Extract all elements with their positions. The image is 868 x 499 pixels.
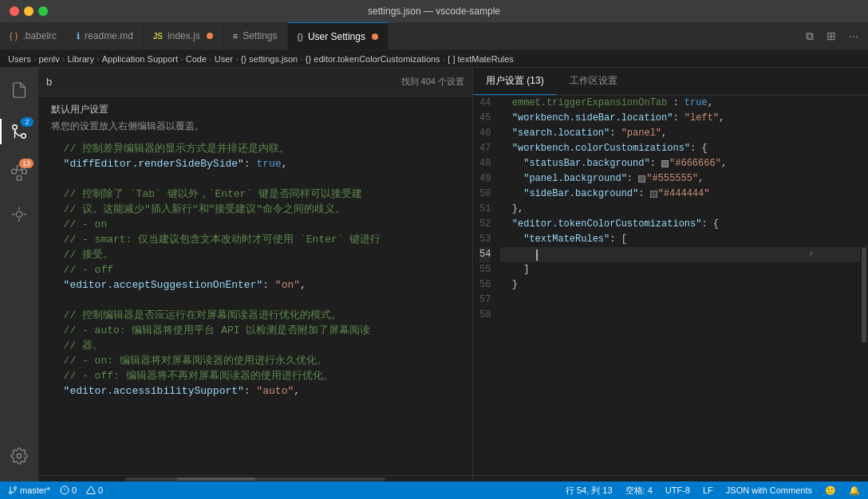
tab-label: readme.md — [85, 30, 133, 41]
encoding-label: UTF-8 — [665, 485, 690, 495]
code-line: // - off — [51, 262, 460, 277]
left-panel-subtitle: 将您的设置放入右侧编辑器以覆盖。 — [38, 120, 472, 141]
spaces-label: 空格: 4 — [625, 485, 653, 497]
breadcrumb-user[interactable]: User — [215, 54, 233, 64]
code-content: emmet.triggerExpansionOnTab : true, "wor… — [500, 96, 868, 475]
settings-search-input[interactable] — [46, 76, 401, 88]
position-label: 行 54, 列 13 — [566, 485, 613, 497]
source-control-icon[interactable]: 2 — [0, 112, 38, 151]
color-swatch-444 — [650, 191, 657, 198]
breadcrumb-tokencustom[interactable]: {} editor.tokenColorCustomizations — [306, 54, 440, 64]
traffic-lights — [10, 6, 48, 16]
code-line: // - auto: 编辑器将使用平台 API 以检测是否附加了屏幕阅读 — [51, 323, 460, 338]
git-branch[interactable]: master* — [6, 485, 52, 495]
tab-actions: ⧉ ⊞ ··· — [796, 22, 868, 49]
breadcrumb-library[interactable]: Library — [67, 54, 94, 64]
tab-workspace-settings[interactable]: 工作区设置 — [557, 68, 630, 95]
code-line-56: } — [500, 277, 862, 293]
tab-settings[interactable]: ≡ Settings — [223, 22, 288, 49]
layout-button[interactable]: ⊞ — [823, 28, 839, 44]
breadcrumb-code[interactable]: Code — [186, 54, 207, 64]
remote-icon[interactable] — [0, 195, 38, 234]
svg-point-14 — [10, 492, 12, 494]
code-line: "editor.accessibilitySupport": "auto", — [51, 383, 460, 399]
split-editor-button[interactable]: ⧉ — [803, 28, 817, 45]
svg-rect-2 — [12, 169, 17, 174]
code-line — [51, 171, 460, 187]
indentation[interactable]: 空格: 4 — [624, 485, 654, 497]
bell-icon: 🔔 — [849, 485, 860, 496]
code-line: "editor.acceptSuggestionOnEnter": "on", — [51, 277, 460, 293]
code-line-55: ] — [500, 262, 862, 277]
git-branch-icon — [8, 485, 18, 495]
cursor — [536, 250, 538, 261]
code-line-54: ↑ — [500, 247, 862, 262]
svg-rect-4 — [22, 169, 26, 174]
scroll-track — [125, 477, 385, 481]
extensions-badge: 13 — [19, 159, 34, 168]
code-line: // 控制除了 `Tab` 键以外，`Enter` 键是否同样可以接受建 — [51, 187, 460, 202]
tab-user-settings-right[interactable]: 用户设置 (13) — [473, 68, 557, 95]
smiley-button[interactable]: 🙂 — [823, 485, 838, 496]
line-numbers: 44 45 46 47 48 49 50 51 52 53 54 55 — [473, 96, 500, 475]
code-line: // - on — [51, 217, 460, 232]
more-actions-button[interactable]: ··· — [846, 28, 862, 44]
error-count[interactable]: 0 — [58, 485, 78, 495]
left-scroll-bar[interactable] — [38, 475, 472, 481]
line-ending[interactable]: LF — [701, 485, 715, 495]
maximize-button[interactable] — [38, 6, 48, 16]
source-control-badge: 2 — [21, 117, 34, 127]
svg-rect-5 — [17, 176, 22, 181]
code-line-49: "panel.background": "#555555", — [500, 171, 862, 187]
smiley-icon: 🙂 — [825, 485, 836, 496]
error-icon — [60, 485, 69, 495]
svg-point-1 — [13, 125, 18, 130]
unsaved-dot-active — [372, 33, 378, 40]
settings-search-bar: 找到 404 个设置 — [38, 68, 472, 96]
json-icon: { } — [10, 31, 18, 41]
close-button[interactable] — [10, 6, 19, 16]
code-line-50: "sideBar.background": "#444444" — [500, 187, 862, 202]
right-scrollbar[interactable] — [860, 96, 868, 475]
code-line: // - on: 编辑器将对屏幕阅读器的使用进行永久优化。 — [51, 353, 460, 368]
left-editor[interactable]: // 控制差异编辑器的显示方式是并排还是内联。 "diffEditor.rend… — [38, 141, 472, 475]
language-label: JSON with Comments — [726, 485, 812, 495]
settings-icon[interactable] — [0, 437, 38, 475]
language-mode[interactable]: JSON with Comments — [724, 485, 814, 495]
cursor-tooltip: ↑ — [808, 247, 814, 262]
code-line — [51, 293, 460, 308]
breadcrumb-settings-json[interactable]: {} settings.json — [241, 54, 298, 64]
code-line: // - smart: 仅当建议包含文本改动时才可使用 `Enter` 键进行 — [51, 232, 460, 247]
code-line-57 — [500, 293, 862, 308]
encoding[interactable]: UTF-8 — [664, 485, 692, 495]
code-line: // 控制差异编辑器的显示方式是并排还是内联。 — [51, 141, 460, 156]
svg-point-11 — [17, 454, 22, 458]
code-line-48: "statusBar.background": "#666666", — [500, 156, 862, 171]
svg-point-6 — [16, 211, 22, 217]
breadcrumb-penlv[interactable]: penlv — [38, 54, 59, 64]
status-bar: master* 0 0 行 54, 列 13 空格: 4 UTF-8 — [0, 481, 868, 499]
tab-label: 工作区设置 — [570, 74, 617, 88]
files-icon[interactable] — [0, 71, 38, 109]
code-line: // 器。 — [51, 338, 460, 353]
code-line-51: }, — [500, 202, 862, 217]
right-editor[interactable]: 44 45 46 47 48 49 50 51 52 53 54 55 — [473, 96, 868, 475]
right-scroll-bar[interactable] — [473, 475, 868, 481]
tab-indexjs[interactable]: JS index.js — [144, 22, 223, 49]
code-lines: 44 45 46 47 48 49 50 51 52 53 54 55 — [473, 96, 868, 475]
window-title: settings.json — vscode-sample — [368, 6, 500, 17]
cursor-position[interactable]: 行 54, 列 13 — [564, 485, 614, 497]
warning-label: 0 — [98, 485, 103, 495]
tab-user-settings[interactable]: {} User Settings — [288, 22, 389, 49]
notifications-button[interactable]: 🔔 — [847, 485, 862, 496]
tab-babelrc[interactable]: { } .babelrc — [0, 22, 67, 49]
extensions-icon[interactable]: 13 — [0, 154, 38, 192]
breadcrumb-users[interactable]: Users — [8, 54, 31, 64]
minimize-button[interactable] — [24, 6, 34, 16]
warning-count[interactable]: 0 — [85, 485, 105, 495]
tab-readme[interactable]: ℹ readme.md — [67, 22, 144, 49]
breadcrumb-appsupport[interactable]: Application Support — [102, 54, 178, 64]
breadcrumb-textmaterules[interactable]: [ ] textMateRules — [448, 54, 514, 64]
left-panel: 找到 404 个设置 默认用户设置 将您的设置放入右侧编辑器以覆盖。 // 控制… — [38, 68, 473, 481]
scroll-thumb — [177, 477, 255, 481]
